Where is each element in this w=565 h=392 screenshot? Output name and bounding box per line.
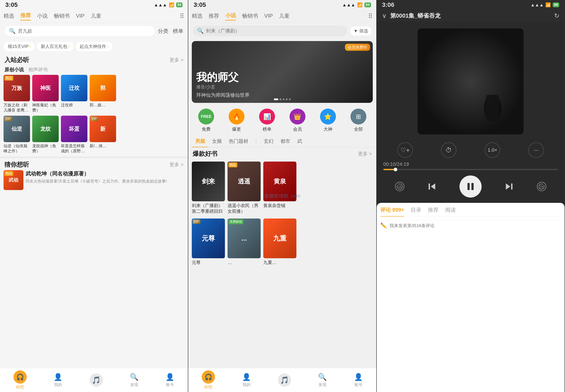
hot-books-grid: 剑来 剑来（广播剧）第二季重磅回归 逍遥 精品 逍遥小农民（男女双播） 黄泉 黄… — [188, 159, 376, 216]
bottom-nav-tingshu[interactable]: 🎧 听吧 — [14, 370, 27, 390]
search-input-2[interactable] — [206, 28, 343, 34]
tab-chanshu-1[interactable]: 畅销书 — [54, 12, 70, 20]
cat-baogeng[interactable]: 🔥 爆更 — [229, 109, 245, 132]
bottom-nav2-account[interactable]: 👤 账号 — [354, 373, 363, 387]
bottom-nav2-discover[interactable]: 🔍 发现 — [318, 373, 327, 387]
tab-rank-1[interactable]: 榜单 — [173, 28, 183, 35]
vip-title-1: … — [228, 260, 261, 265]
list-item[interactable]: 元尊 VIP 元尊 — [192, 219, 225, 265]
filter-dushi[interactable]: 都市 — [277, 136, 294, 147]
nav-more-1[interactable]: ⠿ — [180, 13, 184, 20]
filter-remen[interactable]: 热门题材 — [225, 136, 252, 147]
promo-new-btn[interactable]: 新人百元礼包 › — [37, 42, 74, 51]
previous-button[interactable] — [427, 181, 437, 192]
subtab-novel[interactable]: 原创小说 — [4, 66, 24, 73]
vip-books-grid: 元尊 VIP 元尊 ... 免费解锁 … 九重 九重… — [188, 216, 376, 267]
player-title: 第0001集_蟒雀吞龙 — [390, 12, 551, 20]
section1-more[interactable]: 更多 > — [169, 57, 183, 63]
filter-nvpin[interactable]: 女频 — [208, 136, 225, 147]
list-item[interactable]: 新 VIP 新/…侠… — [90, 116, 116, 154]
list-item[interactable]: 万族 精品 万族之劫（刺儿播音 老鹰… — [3, 75, 30, 113]
book-title-3: 郭…娘… — [90, 103, 116, 108]
tab2-ertong[interactable]: 儿童 — [279, 12, 289, 20]
rewind-15-button[interactable]: 15 — [394, 181, 405, 192]
signal-icon-2: ▲▲▲ — [342, 2, 355, 8]
tab2-jingxuan[interactable]: 精选 — [192, 12, 202, 20]
comments-tabs: 评论 999+ 目录 推荐 阅读 — [380, 206, 561, 217]
list-item[interactable]: 黄泉 黄泉杂货铺 — [263, 162, 296, 214]
comment-input[interactable] — [389, 223, 561, 228]
filter-chip[interactable]: ▼ 筛选 — [350, 26, 372, 36]
tab-xiaoshuo-1[interactable]: 小说 — [37, 12, 48, 20]
bottom-nav2-center[interactable]: 🎵 — [278, 374, 291, 387]
hot-more[interactable]: 更多 > — [358, 151, 372, 157]
badge-vip-7: VIP — [91, 116, 98, 121]
svg-marker-6 — [431, 183, 435, 190]
comment-tab-recommend[interactable]: 推荐 — [428, 206, 439, 214]
tab2-chanshu[interactable]: 畅销书 — [242, 12, 258, 20]
next-button[interactable] — [504, 181, 514, 192]
subtab-pingsheng[interactable]: 相声评书 — [28, 66, 48, 73]
list-item[interactable]: 迁坟 迁坟师 — [61, 75, 87, 113]
progress-bar[interactable] — [383, 169, 558, 170]
list-item[interactable]: 仙逆 VIP 仙逆（仙侠巅峰之作） — [3, 116, 30, 154]
timer-button[interactable]: ⏱ — [441, 142, 456, 158]
search-wrap-1[interactable]: 🔍 — [4, 26, 155, 37]
list-item[interactable]: 逍遥 精品 逍遥小农民（男女双播） — [228, 162, 261, 214]
nav-more-2[interactable]: ⠿ — [368, 13, 373, 20]
book-grid-1: 万族 精品 万族之劫（刺儿播音 老鹰… 神医 神医毒妃（免费） 迁坟 迁坟师 郭… — [0, 75, 188, 116]
cat-free[interactable]: FREE 免费 — [198, 109, 214, 132]
cat-huiyuan[interactable]: 👑 会员 — [289, 109, 305, 132]
list-item[interactable]: 坏蛋 坏蛋是怎样炼成的（原野… — [61, 116, 87, 154]
book-cover-2: 迁坟 — [61, 75, 87, 101]
cat-bangdan[interactable]: 📊 榜单 — [259, 109, 275, 132]
cat-row: FREE 免费 🔥 爆更 📊 榜单 👑 会员 ⭐ 大神 — [188, 105, 376, 136]
promo-vip-btn[interactable]: 领15天VIP › — [3, 42, 35, 51]
bottom-nav-discover[interactable]: 🔍 发现 — [130, 373, 138, 387]
list-item[interactable]: 龙纹 龙纹战神（免费） — [32, 116, 59, 154]
search-bar-1: 🔍 分类 榜单 — [0, 23, 188, 39]
filter-xuanhuan[interactable]: 玄幻 — [260, 136, 277, 147]
tab-jingxuan-1[interactable]: 精选 — [3, 12, 14, 20]
svg-text:15: 15 — [398, 185, 401, 188]
list-item[interactable]: ... 免费解锁 … — [228, 219, 261, 265]
tab-classify-1[interactable]: 分类 — [158, 28, 168, 35]
comment-tab-catalog[interactable]: 目录 — [411, 206, 421, 214]
list-item[interactable]: 郭 郭…娘… — [90, 75, 116, 113]
tab-vip-1[interactable]: VIP — [76, 13, 84, 20]
cat-dashen[interactable]: ⭐ 大神 — [320, 109, 336, 132]
player-menu-button[interactable]: ↻ — [554, 12, 559, 19]
list-item[interactable]: 剑来 剑来（广播剧）第二季重磅回归 — [192, 162, 225, 214]
section2-more[interactable]: 更多 > — [169, 161, 183, 168]
tab-ertong-1[interactable]: 儿童 — [91, 12, 101, 20]
back-button[interactable]: ∨ — [382, 12, 387, 19]
comment-tab-reviews[interactable]: 评论 999+ — [380, 206, 404, 217]
bottom-nav2-my[interactable]: 👤 我的 — [242, 373, 251, 387]
recommend-row[interactable]: 武动 精品 武动乾坤（同名动漫原著） 同名火热动漫原著!天蚕土豆继《斗破苍穹》之… — [0, 170, 188, 192]
tab-tuijian-1[interactable]: 推荐 — [20, 12, 31, 21]
tab2-tuijian[interactable]: 推荐 — [208, 12, 219, 20]
search-input-1[interactable] — [18, 28, 151, 34]
promo-master-btn[interactable]: 起点大神佳作 › — [75, 42, 112, 51]
hot-cover-2: 黄泉 — [263, 162, 296, 201]
filter-nanpin[interactable]: 男频 — [192, 136, 208, 147]
tab2-xiaoshuo[interactable]: 小说 — [225, 12, 236, 21]
tab2-vip[interactable]: VIP — [264, 13, 273, 20]
bottom-nav2-tingshu[interactable]: 🎧 听吧 — [202, 370, 215, 390]
filter-wu[interactable]: 武 — [294, 136, 306, 147]
more-button[interactable]: ··· — [528, 142, 544, 158]
search-icon-1: 🔍 — [9, 28, 16, 34]
bottom-nav-account[interactable]: 👤 账号 — [165, 373, 174, 387]
bottom-nav-my[interactable]: 👤 我的 — [54, 373, 62, 387]
search-wrap-2[interactable]: 🔍 — [193, 26, 347, 36]
cat-all[interactable]: ⊞ 全部 — [350, 109, 366, 132]
like-button[interactable]: ♡+ — [398, 142, 413, 158]
forward-15-button[interactable]: 15 — [536, 181, 547, 192]
banner-2[interactable]: 会员免费听 我的师父 播音/少柔 拜神仙为师阅荡修仙世界 — [192, 41, 372, 103]
comment-tab-read[interactable]: 阅读 — [445, 206, 456, 214]
list-item[interactable]: 九重 九重… — [263, 219, 296, 265]
pause-button[interactable] — [459, 175, 482, 197]
list-item[interactable]: 神医 神医毒妃（免费） — [32, 75, 59, 113]
speed-button[interactable]: 1.0× — [485, 142, 500, 158]
bottom-nav-center[interactable]: 🎵 — [90, 374, 103, 387]
